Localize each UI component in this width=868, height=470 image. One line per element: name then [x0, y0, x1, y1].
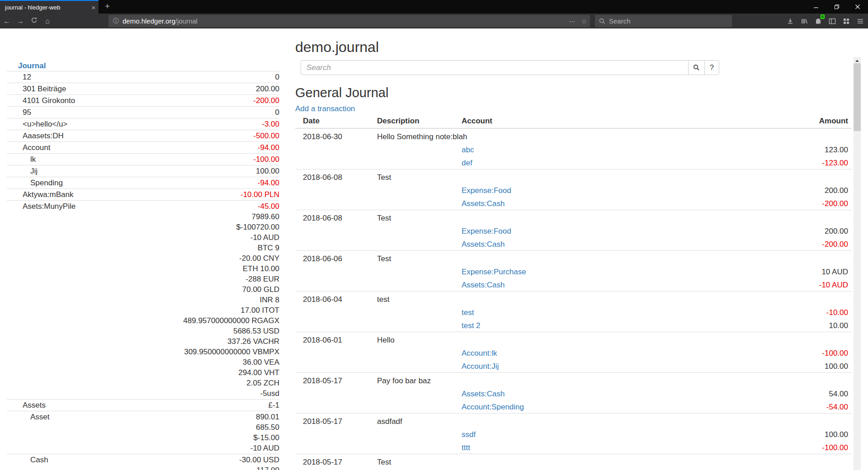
transaction: 2018-06-08TestExpense:Food200.00Assets:C…: [295, 210, 852, 250]
posting-account-link[interactable]: def: [462, 158, 472, 168]
restore-button[interactable]: [826, 0, 847, 14]
account-balance: INR 8: [183, 295, 279, 305]
site-info-icon[interactable]: ⓘ: [108, 17, 123, 25]
sidebar-account-link[interactable]: Assets: [7, 400, 268, 410]
account-balance: 309.950000000000 VBMPX: [183, 347, 279, 357]
account-balances: 0: [275, 72, 279, 82]
tab-close-icon[interactable]: ×: [89, 4, 95, 11]
sidebar-account-link[interactable]: Cash: [7, 455, 239, 465]
txn-description: asdfadf: [377, 416, 402, 427]
extension-badge: 0: [821, 14, 825, 19]
sidebar-account-link[interactable]: 4101 Girokonto: [7, 95, 253, 106]
transaction-head: 2018-06-30Hello Something note:blah: [295, 132, 852, 142]
posting-account-link[interactable]: Account:Spending: [462, 402, 524, 412]
search-submit-button[interactable]: [688, 60, 705, 75]
account-balances: -3.00: [262, 119, 279, 129]
transaction: 2018-06-01HelloAccount:lk-100.00Account:…: [295, 332, 852, 372]
account-balance: -288 EUR: [183, 274, 279, 284]
posting-account-link[interactable]: Assets:Cash: [462, 198, 505, 209]
scrollbar-up-icon[interactable]: [855, 60, 859, 62]
scrollbar-thumb[interactable]: [854, 63, 861, 131]
posting-account-link[interactable]: Expense:Food: [462, 226, 511, 236]
sidebar-account-link[interactable]: <u>hello</u>: [7, 119, 262, 129]
sidebar-account-row: Assets£-1: [7, 399, 279, 411]
reload-icon[interactable]: [27, 14, 41, 28]
sidebar-account-link[interactable]: 301 Beiträge: [7, 84, 256, 94]
minimize-button[interactable]: [806, 0, 826, 14]
add-transaction-link[interactable]: Add a transaction: [295, 103, 355, 114]
sidebar-account-link[interactable]: Aktywa:mBank: [7, 189, 241, 200]
browser-toolbar: ← → ⌂ ⓘ demo.hledger.org/journal ⋯ ☆ Sea…: [0, 14, 868, 28]
account-balances: 0: [275, 107, 279, 118]
posting-account-link[interactable]: Account:lk: [462, 348, 497, 358]
account-balances: £-1: [268, 400, 279, 410]
browser-search-field[interactable]: Search: [595, 15, 732, 27]
posting-account-link[interactable]: Expense:Purchase: [462, 267, 526, 277]
posting-account-link[interactable]: Assets:Cash: [462, 280, 505, 290]
url-bar[interactable]: ⓘ demo.hledger.org/journal ⋯ ☆: [108, 15, 590, 27]
posting-account-link[interactable]: Assets:Cash: [462, 389, 505, 399]
posting-account-link[interactable]: test: [462, 307, 474, 318]
sidebar-account-link[interactable]: Aaasets:DH: [7, 131, 253, 141]
account-balance: -94.00: [258, 142, 279, 153]
new-tab-button[interactable]: +: [99, 0, 116, 14]
downloads-icon[interactable]: [783, 14, 797, 28]
posting-amount: 10 AUD: [821, 267, 848, 277]
sidebar-account-link[interactable]: Spending: [7, 178, 258, 188]
forward-icon[interactable]: →: [14, 14, 27, 28]
sidebar-account-row: Spending-94.00: [7, 177, 279, 188]
account-balance: -3.00: [262, 119, 279, 129]
journal-main: demo.journal ? General Journal Add a tra…: [295, 28, 852, 468]
page-scrollbar[interactable]: [854, 57, 861, 470]
posting-row: Account:lk-100.00: [295, 345, 852, 358]
transaction-head: 2018-05-17asdfadf: [295, 416, 852, 427]
sidebar-account-link[interactable]: Account: [7, 142, 258, 153]
txn-date: 2018-06-04: [303, 294, 377, 305]
posting-account-link[interactable]: Expense:Food: [462, 185, 511, 196]
search-icon: [693, 64, 700, 71]
sidebar-account-link[interactable]: lk: [7, 154, 253, 164]
txn-description: Test: [377, 254, 391, 264]
library-icon[interactable]: [797, 14, 811, 28]
bookmark-star-icon[interactable]: ☆: [578, 18, 590, 25]
extensions-grid-icon[interactable]: [839, 14, 853, 28]
search-help-button[interactable]: ?: [704, 60, 719, 75]
back-icon[interactable]: ←: [0, 14, 14, 28]
posting-account-link[interactable]: test 2: [462, 320, 481, 331]
menu-icon[interactable]: [853, 14, 867, 28]
sidebar-glyph: [829, 18, 836, 25]
ghostery-extension-icon[interactable]: 0: [811, 14, 825, 28]
page-actions-icon[interactable]: ⋯: [566, 18, 578, 25]
posting-account-link[interactable]: ssdf: [462, 429, 476, 440]
posting-account-link[interactable]: tttt: [462, 442, 470, 453]
browser-tab[interactable]: journal - hledger-web ×: [0, 0, 99, 14]
sidebar-account-link[interactable]: Jij: [7, 166, 256, 176]
url-actions: ⋯ ☆: [566, 18, 590, 25]
account-balance: 294.00 VHT: [183, 367, 279, 378]
posting-row: Assets:Cash-200.00: [295, 196, 852, 209]
posting-amount: 100.00: [825, 361, 848, 371]
sidebar-journal-link[interactable]: Journal: [7, 61, 279, 71]
journal-table: Date Description Account Amount 2018-06-…: [295, 116, 852, 468]
posting-account-link[interactable]: Assets:Cash: [462, 239, 505, 249]
library-glyph: [801, 18, 808, 25]
sidebar-toggle-icon[interactable]: [825, 14, 839, 28]
posting-account-link[interactable]: Account:Jij: [462, 361, 499, 371]
sidebar-account-link[interactable]: 12: [7, 72, 275, 82]
close-button[interactable]: [847, 0, 868, 14]
posting-account-link[interactable]: abc: [462, 145, 474, 155]
home-icon[interactable]: ⌂: [41, 14, 54, 28]
sidebar-account-row: Jij100.00: [7, 165, 279, 177]
browser-search-placeholder: Search: [609, 17, 631, 25]
sidebar-account-link[interactable]: Asset: [7, 412, 250, 422]
sidebar-account-row: Asset890.01685.50$-15.00-10 AUD: [7, 411, 279, 454]
account-balance: -100.00: [253, 154, 279, 164]
account-balance: 17.00 ITOT: [183, 305, 279, 315]
account-balance: 200.00: [256, 84, 279, 94]
sidebar-account-link[interactable]: 95: [7, 107, 275, 118]
account-balances: -45.007989.60$-100720.00-10 AUDBTC 9-20.…: [183, 201, 279, 399]
search-input[interactable]: [301, 60, 689, 75]
minimize-icon: [813, 4, 819, 9]
sidebar-account-link[interactable]: Asets:MunyPile: [7, 201, 183, 212]
posting-row: Assets:Cash-10 AUD: [295, 277, 852, 290]
